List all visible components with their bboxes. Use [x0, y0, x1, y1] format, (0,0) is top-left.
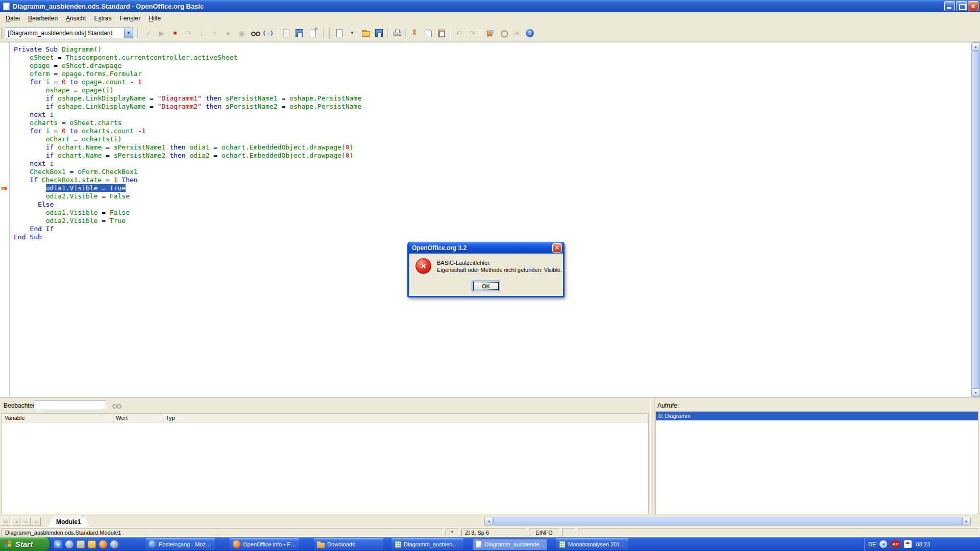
code-line-14[interactable]: if ochart.Name = sPersistName2 then odia…: [14, 152, 971, 160]
code-line-17[interactable]: If CheckBox1.state = 1 Then: [14, 176, 971, 184]
toolbar-grip[interactable]: [1, 28, 3, 39]
code-line-10[interactable]: ocharts = oSheet.charts: [14, 119, 971, 127]
scroll-left-icon[interactable]: ◄: [484, 517, 493, 525]
help-icon[interactable]: ?: [524, 27, 536, 39]
code-line-21[interactable]: odia1.Visible = False: [14, 209, 971, 217]
horizontal-scrollbar-thumb[interactable]: [493, 517, 962, 525]
taskbar-task-1[interactable]: Posteingang - Mozilla ...: [145, 538, 215, 550]
watch-input[interactable]: [34, 400, 106, 410]
last-tab-icon[interactable]: ►|: [32, 517, 41, 526]
first-tab-icon[interactable]: |◄: [1, 517, 10, 526]
gallery-icon[interactable]: [497, 27, 509, 39]
watch-column-typ[interactable]: Typ: [163, 414, 648, 422]
taskbar-task-4[interactable]: Diagramm_ausblende...: [391, 538, 463, 550]
taskbar-task-5[interactable]: Diagramm_ausblende...: [473, 538, 547, 550]
code-line-9[interactable]: next i: [14, 111, 971, 119]
watch-column-variable[interactable]: Variable: [2, 414, 113, 422]
start-button[interactable]: Start: [0, 537, 50, 551]
scroll-up-icon[interactable]: ▲: [971, 42, 980, 51]
restore-button[interactable]: [956, 1, 967, 11]
new-document-icon[interactable]: [333, 27, 345, 39]
objects-icon[interactable]: [280, 27, 292, 39]
compile-icon[interactable]: ✓: [142, 27, 155, 39]
ati-tray-icon[interactable]: ATI: [891, 541, 900, 547]
enable-watch-button[interactable]: [109, 399, 122, 411]
code-editor[interactable]: ⇒ Private Sub Diagramm() oSheet = Thisco…: [0, 42, 971, 397]
insert-module-icon[interactable]: [306, 27, 318, 39]
library-combobox[interactable]: [Diagramm_ausblenden.ods].Standard ▼: [5, 28, 133, 38]
code-line-8[interactable]: if oshape.LinkDisplayName = "Diagramm2" …: [14, 103, 971, 111]
firefox-icon[interactable]: [99, 540, 107, 548]
tab-module1[interactable]: Module1: [48, 517, 89, 527]
goto-line-icon[interactable]: (→): [262, 27, 274, 39]
status-insert-mode[interactable]: EINFG: [529, 529, 559, 537]
vertical-scrollbar[interactable]: ▲ ▼: [971, 42, 980, 397]
paste-icon[interactable]: [435, 27, 447, 39]
run-icon[interactable]: ▶: [156, 27, 168, 39]
language-indicator[interactable]: DE: [868, 541, 876, 547]
folder-icon[interactable]: [88, 540, 96, 548]
copy-icon[interactable]: [422, 27, 434, 39]
vertical-scrollbar-thumb[interactable]: [971, 51, 980, 388]
open-icon[interactable]: [359, 27, 372, 39]
code-line-20[interactable]: Else: [14, 201, 971, 209]
hide-icons-chevron-icon[interactable]: ◄: [879, 540, 887, 548]
menu-bearbeiten[interactable]: Bearbeiten: [24, 13, 62, 24]
taskbar-task-6[interactable]: Monatsanalysen 201...: [556, 538, 628, 550]
procedure-step-icon[interactable]: ↷: [182, 27, 194, 39]
save-source-icon[interactable]: [293, 27, 305, 39]
code-line-16[interactable]: CheckBox1 = oForm.CheckBox1: [14, 168, 971, 176]
taskbar-task-3[interactable]: Downloads: [314, 538, 383, 550]
watch-table-body[interactable]: [2, 422, 649, 514]
watch-column-wert[interactable]: Wert: [113, 414, 163, 422]
save-icon[interactable]: [373, 27, 385, 39]
breakpoint-margin[interactable]: ⇒: [0, 42, 10, 397]
undo-icon[interactable]: ↶: [453, 27, 465, 39]
print-icon[interactable]: [390, 27, 403, 39]
next-tab-icon[interactable]: ►: [21, 517, 31, 526]
cut-icon[interactable]: [408, 27, 421, 39]
code-line-24[interactable]: End Sub: [14, 233, 971, 241]
single-step-icon[interactable]: ↓: [195, 27, 208, 39]
code-line-19[interactable]: odia2.Visible = False: [14, 192, 971, 201]
code-line-7[interactable]: if oshape.LinkDisplayName = "Diagramm1" …: [14, 94, 971, 103]
code-line-5[interactable]: for i = 0 to opage.count - 1: [14, 78, 971, 86]
code-pane[interactable]: Private Sub Diagramm() oSheet = Thiscomp…: [10, 42, 971, 397]
avira-tray-icon[interactable]: ☂: [904, 540, 912, 548]
scroll-down-icon[interactable]: ▼: [971, 388, 980, 397]
watch-icon[interactable]: [249, 27, 261, 39]
menu-hilfe[interactable]: Hilfe: [144, 13, 165, 24]
code-line-1[interactable]: Private Sub Diagramm(): [14, 45, 971, 54]
breakpoint-icon[interactable]: ●: [222, 27, 234, 39]
close-button[interactable]: ×: [968, 1, 978, 11]
tray-clock[interactable]: 08:23: [916, 541, 930, 547]
minimize-button[interactable]: [944, 1, 955, 11]
combobox-dropdown-icon[interactable]: ▼: [124, 28, 133, 38]
app-icon[interactable]: [110, 540, 118, 548]
code-line-15[interactable]: next i: [14, 160, 971, 168]
manage-breakpoints-icon[interactable]: ◉: [235, 27, 248, 39]
horizontal-scrollbar[interactable]: ◄ ►: [484, 517, 971, 525]
step-out-icon[interactable]: ↑: [209, 27, 221, 39]
media-player-icon[interactable]: [65, 540, 74, 548]
dialog-title-bar[interactable]: OpenOffice.org 3.2 ×: [409, 242, 563, 254]
code-line-13[interactable]: if ochart.Name = sPersistName1 then odia…: [14, 143, 971, 152]
navigator-icon[interactable]: [484, 27, 496, 39]
code-line-2[interactable]: oSheet = Thiscomponent.currentcontroller…: [14, 54, 971, 62]
ok-button[interactable]: OK: [472, 281, 500, 291]
previous-tab-icon[interactable]: ◄: [11, 517, 20, 526]
menu-datei[interactable]: Datei: [2, 13, 24, 24]
dialog-close-icon[interactable]: ×: [552, 243, 562, 253]
toolbar-grip[interactable]: [329, 28, 330, 39]
code-line-18[interactable]: odia1.Visible = True: [14, 184, 971, 192]
call-stack-list[interactable]: 0: Diagramm: [655, 411, 978, 514]
stop-icon[interactable]: ■: [169, 27, 181, 39]
menu-ansicht[interactable]: Ansicht: [62, 13, 90, 24]
taskbar-task-2[interactable]: OpenOffice.info • For...: [230, 538, 299, 550]
code-line-11[interactable]: for i = 0 to ocharts.count -1: [14, 127, 971, 135]
code-line-6[interactable]: oshape = opage(i): [14, 86, 971, 94]
call-stack-item[interactable]: 0: Diagramm: [656, 412, 978, 420]
redo-icon[interactable]: ↷: [466, 27, 478, 39]
code-line-3[interactable]: opage = oSheet.drawpage: [14, 62, 971, 70]
title-bar[interactable]: Diagramm_ausblenden.ods.Standard - OpenO…: [0, 0, 980, 12]
